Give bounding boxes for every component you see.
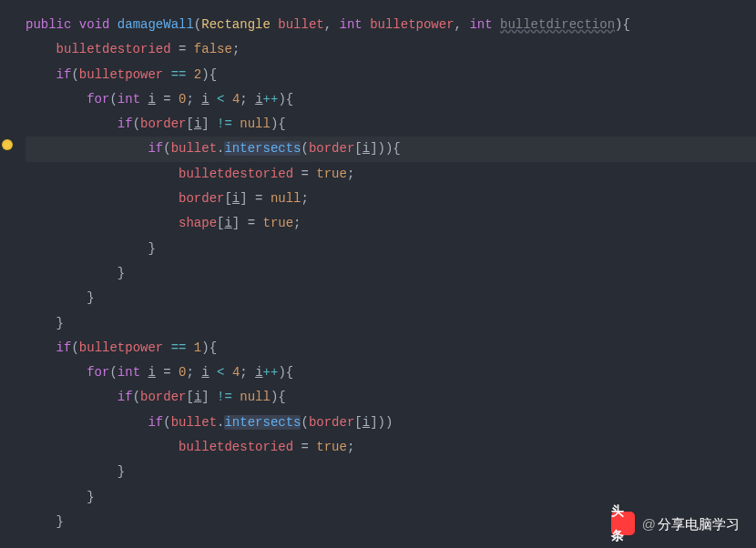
- at-symbol: @: [642, 516, 656, 532]
- code-line: }: [26, 261, 756, 286]
- keyword: public: [26, 17, 71, 32]
- method-highlight: intersects: [224, 141, 301, 156]
- code-line: if(border[i] != null){: [26, 112, 756, 137]
- code-line: if(bulletpower == 1){: [26, 336, 756, 360]
- type: int: [340, 17, 363, 32]
- code-line: }: [26, 237, 756, 261]
- method-highlight: intersects: [224, 415, 301, 430]
- code-line: if(bullet.intersects(border[i])): [26, 411, 756, 435]
- param-unused: bulletdirection: [500, 17, 615, 32]
- method-name: damageWall: [117, 17, 194, 32]
- code-line: bulletdestoried = false;: [26, 37, 756, 62]
- param: bullet: [278, 17, 323, 32]
- code-line: border[i] = null;: [26, 187, 756, 211]
- code-line: shape[i] = true;: [26, 211, 756, 236]
- watermark-text: 分享电脑学习: [658, 516, 740, 532]
- code-line: }: [26, 485, 756, 510]
- code-line: bulletdestoried = true;: [26, 162, 756, 187]
- code-editor[interactable]: public void damageWall(Rectangle bullet,…: [0, 0, 756, 547]
- code-line: for(int i = 0; i < 4; i++){: [26, 360, 756, 385]
- code-line: if(bulletpower == 2){: [26, 63, 756, 87]
- param: bulletpower: [370, 17, 454, 32]
- code-line: for(int i = 0; i < 4; i++){: [26, 87, 756, 112]
- watermark: 头条 @分享电脑学习: [611, 511, 740, 537]
- code-line: }: [26, 311, 756, 336]
- gutter-lightbulb-icon[interactable]: [2, 139, 13, 150]
- code-line: if(border[i] != null){: [26, 385, 756, 410]
- type: int: [469, 17, 492, 32]
- keyword: void: [79, 17, 110, 32]
- code-line: }: [26, 460, 756, 484]
- code-line: }: [26, 286, 756, 310]
- code-line: bulletdestoried = true;: [26, 435, 756, 460]
- type: Rectangle: [201, 17, 271, 32]
- code-line-highlighted: if(bullet.intersects(border[i])){: [26, 137, 756, 161]
- code-line: public void damageWall(Rectangle bullet,…: [26, 13, 756, 37]
- toutiao-icon: 头条: [611, 512, 635, 535]
